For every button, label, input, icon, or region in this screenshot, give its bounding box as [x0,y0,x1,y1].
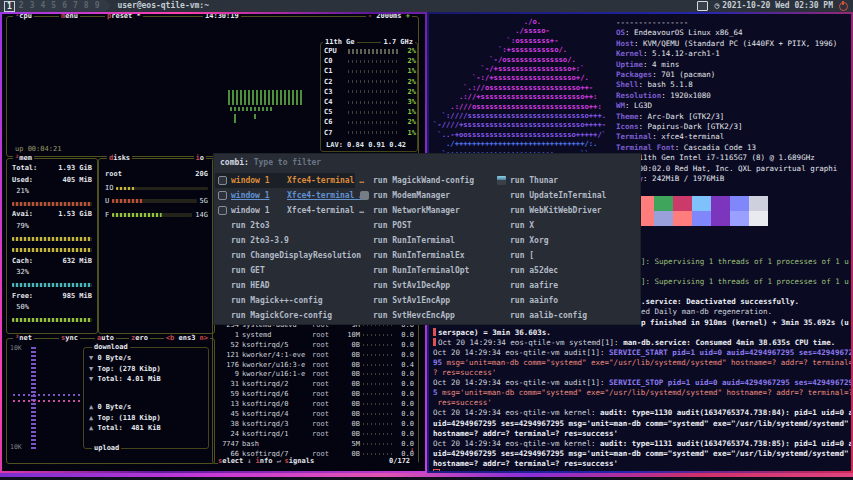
info-label: Kernel [616,49,643,58]
table-row-process[interactable]: 52ksoftirqd/5root0B0.0 [215,340,417,350]
power-icon[interactable] [839,2,848,11]
rofi-entry[interactable]: run GET [215,263,355,278]
workspace-3[interactable]: 3 [28,0,37,12]
rofi-entry[interactable]: run POST [357,218,493,233]
rofi-entry[interactable]: run aafire [494,278,638,293]
rofi-entry[interactable]: run Xorg [494,233,638,248]
proc-footer-item[interactable]: info [256,457,273,465]
table-row-process[interactable]: 1systemdroot10M0.0 [215,330,417,340]
proc-pid: 31 [215,380,239,388]
menu-button[interactable]: menu [59,14,80,21]
rofi-entry[interactable]: run aainfo [494,293,638,308]
net-sync-button[interactable]: sync [59,334,80,343]
rofi-entry[interactable]: run NetworkManager [357,203,493,218]
cpu-core-pct: 1% [400,67,416,75]
rofi-entry[interactable]: run X [494,218,638,233]
workspace-6[interactable]: 6 [60,0,69,12]
workspace-5[interactable]: 5 [49,0,58,12]
rofi-entry[interactable]: run Thunar [494,173,638,188]
systray-terminal-icon[interactable] [697,1,708,11]
log-line: Oct 20 14:29:34 eos-qtile-vm systemd[1]:… [433,338,851,348]
workspace-2[interactable]: 2 [17,0,26,12]
proc-cpu-pct: 0.0 [396,410,414,418]
info-label: Packages [616,70,652,79]
rofi-entry[interactable]: run UpdateInTerminal [494,188,638,203]
rofi-entry[interactable]: run 2to3-3.9 [215,233,355,248]
rofi-entry[interactable]: window 1Xfce4-terminal … [215,173,355,188]
rofi-entry[interactable]: run SvtAv1EncApp [357,293,493,308]
rofi-entry[interactable]: run MagickWand-config [357,173,493,188]
table-row-process[interactable]: 45ksoftirqd/4root0B0.0 [215,409,417,419]
mem-value: 405 MiB [62,176,92,188]
rofi-prompt-row[interactable]: combi: Type to filter [214,154,640,171]
mem-stats: Total:1.93 GiBUsed:405 MiB 21%Avai:1.53 … [12,164,92,326]
rofi-entry[interactable]: run a52dec [494,263,638,278]
thunar-icon [497,176,506,185]
proc-pid: 52 [215,341,239,349]
table-row-process[interactable]: 9kworker/u16:1-eroot0B0.0 [215,369,417,379]
proc-mem: 0B [342,351,360,359]
table-row-process[interactable]: 13ksoftirqd/0root0B0.0 [215,399,417,409]
rofi-entry[interactable]: run [ [494,248,638,263]
proc-scroll-down-icon[interactable]: ↓ [410,446,414,454]
rofi-entry[interactable]: window 1Xfce4-terminal … [215,188,355,203]
palette-swatch [749,196,768,211]
proc-footer-item[interactable]: select [218,457,243,465]
net-zero-button[interactable]: zero [129,334,150,343]
cpu-graph [228,90,302,105]
table-row-process[interactable]: 38ksoftirqd/3root0B0.0 [215,419,417,429]
net-iface-switcher[interactable]: <b ens3 n> [164,334,210,343]
net-axis-bottom: 10K [10,443,22,451]
table-row-process[interactable]: 31ksoftirqd/2root0B0.0 [215,379,417,389]
rofi-entry[interactable]: run 2to3 [215,218,355,233]
workspace-4[interactable]: 4 [38,0,47,12]
table-row-process[interactable]: 121kworker/4:1-everoot0B0.0 [215,350,417,360]
preset-button[interactable]: preset * [105,14,143,21]
rofi-entry[interactable]: run WebKitWebDriver [494,203,638,218]
rofi-entry[interactable]: run HEAD [215,278,355,293]
rofi-column-2: run MagickWand-configrun ModemManagerrun… [357,173,493,323]
log-line: 95 msg='unit=man-db comm="systemd" exe="… [433,358,851,368]
rofi-entry[interactable]: run MagickCore-config [215,308,355,323]
info-value: : xfce4-terminal [652,132,724,141]
rofi-entry[interactable]: run SvtAv1DecApp [357,278,493,293]
cpu-core-pct: 2% [400,118,416,126]
proc-footer-item[interactable]: signals [285,457,315,465]
log-priority-mark [433,338,436,346]
table-row-process[interactable]: 7747bash5M0.0 [215,439,417,449]
net-auto-button[interactable]: auto [95,334,116,343]
rofi-entry[interactable]: window 1Xfce4-terminal … [215,203,355,218]
rofi-entry[interactable]: run SvtHevcEncApp [357,308,493,323]
proc-user: root [312,351,342,359]
workspace-9[interactable]: 9 [93,0,102,12]
rofi-entry-text: run GET [231,266,265,275]
rofi-entry[interactable]: run ModemManager [357,188,493,203]
proc-mem: 0B [342,400,360,408]
log-segment: Oct 20 14:29:34 eos-qtile-vm systemd[1]: [438,338,623,347]
palette-swatch [711,211,730,226]
rofi-entry[interactable]: run ChangeDisplayResolution [215,248,355,263]
rofi-entry[interactable]: run aalib-config [494,308,638,323]
table-row-process[interactable]: 176kworker/u16:3-eroot0B0.4 [215,360,417,370]
workspace-7[interactable]: 7 [71,0,80,12]
cpu-core-meter [348,70,398,73]
update-interval-control[interactable]: - 2000ms + [366,14,412,21]
table-row-process[interactable]: 24ksoftirqd/1root0B0.0 [215,429,417,439]
net-graph-line-download [13,394,83,396]
mem-row [12,199,92,211]
table-row-process[interactable]: 59ksoftirqd/6root0B0.0 [215,389,417,399]
rofi-entry[interactable]: run RunInTerminal [357,233,493,248]
proc-cpu-pct: 0.0 [396,380,414,388]
rofi-entry[interactable]: run Magick++-config [215,293,355,308]
rofi-entry[interactable]: run RunInTerminalOpt [357,263,493,278]
workspace-1[interactable]: 1 [4,1,15,12]
clock-readout: 14:30:19 [203,14,241,21]
rofi-entry-text: run Magick++-config [231,296,323,305]
rofi-entry[interactable]: run RunInTerminalEx [357,248,493,263]
proc-user: root [312,341,342,349]
io-toggle[interactable]: io [194,154,206,163]
system-info-line: Uptime: 4 mins [616,60,837,70]
workspace-8[interactable]: 8 [82,0,91,12]
info-label: Terminal [616,132,652,141]
net-axis-top: 10K [10,344,22,352]
